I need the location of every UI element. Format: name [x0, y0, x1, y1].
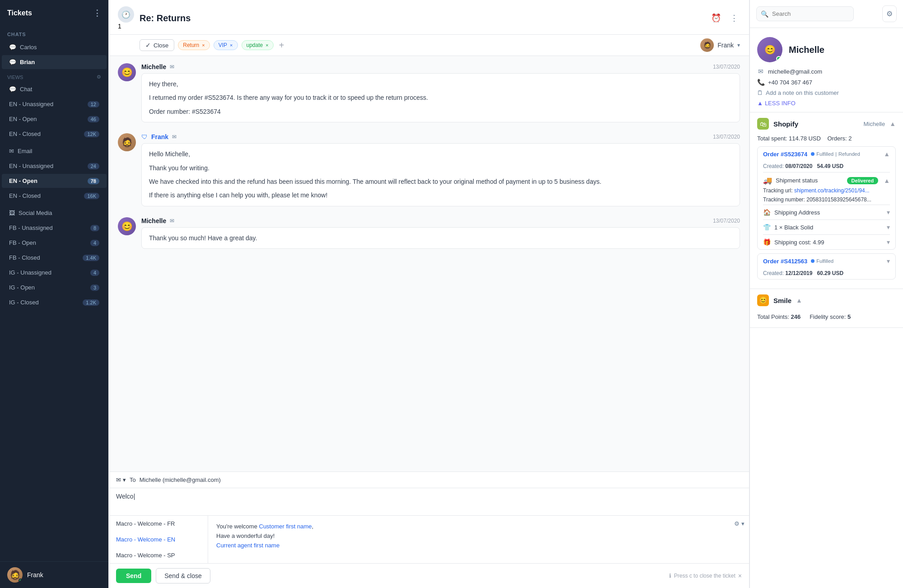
sidebar-item-ig-closed[interactable]: IG - Closed 1.2K: [2, 295, 107, 309]
close-label: Close: [154, 42, 168, 49]
tag-label: update: [247, 42, 263, 48]
less-info-toggle[interactable]: ▲ LESS INFO: [757, 100, 896, 107]
email-closed-badge: 16K: [84, 193, 99, 199]
order-id: Order #S412563: [763, 258, 807, 265]
chevron-down-icon: ▾: [887, 209, 890, 216]
sidebar-item-en-unassigned[interactable]: EN - Unassigned 12: [2, 97, 107, 111]
delivered-badge: Delivered: [847, 177, 879, 184]
sidebar-item-label: EN - Closed: [9, 131, 41, 137]
social-icon: 🖼: [9, 210, 15, 216]
compose-hint: ℹ Press c to close the ticket ×: [669, 572, 742, 579]
shipping-address-row[interactable]: 🏠 Shipping Address ▾: [758, 205, 895, 219]
sidebar-item-fb-closed[interactable]: FB - Closed 1.4K: [2, 251, 107, 265]
customer-header: 😊 Michelle: [757, 37, 896, 62]
sidebar-more-icon[interactable]: ⋮: [93, 8, 101, 18]
order-status: Fulfilled: [811, 258, 833, 264]
order-header[interactable]: Order #S523674 Fulfilled | Refunded ▲: [758, 147, 895, 161]
macro-item-en[interactable]: Macro - Welcome - EN: [109, 532, 208, 547]
sidebar-item-en-closed[interactable]: EN - Closed 12K: [2, 127, 107, 141]
channel-selector[interactable]: ✉ ▾: [116, 476, 126, 483]
tracking-url: shipment.co/tracking/2501/94...: [794, 187, 870, 194]
message-header: 🛡 Frank ✉ 13/07/2020: [141, 133, 740, 140]
agent-avatar: 🧔: [7, 567, 23, 583]
order-item: Order #S523674 Fulfilled | Refunded ▲ Cr…: [757, 146, 896, 250]
settings-button[interactable]: ⚙: [882, 5, 897, 22]
sidebar-item-email-unassigned[interactable]: EN - Unassigned 24: [2, 159, 107, 173]
order-status: Fulfilled | Refunded: [811, 151, 860, 157]
macro-item-fr[interactable]: Macro - Welcome - FR: [109, 516, 208, 532]
sidebar-item-label: FB - Open: [9, 239, 36, 246]
sidebar-item-label: EN - Closed: [9, 192, 41, 199]
sidebar-item-chat[interactable]: 💬 Chat: [2, 82, 107, 96]
message-timestamp: 13/07/2020: [713, 218, 740, 224]
chevron-down-icon: ▾: [737, 42, 740, 48]
message-body: Thank you so much! Have a great day.: [141, 227, 740, 249]
shipping-cost-label: Shipping cost: 4.99: [774, 239, 824, 246]
ticket-alarm-btn[interactable]: ⏰: [709, 11, 723, 25]
send-close-button[interactable]: Send & close: [156, 568, 210, 583]
shopify-header[interactable]: 🛍 Shopify Michelle ▲: [750, 112, 903, 135]
shopify-stats: Total spent: 114.78 USD Orders: 2: [757, 135, 896, 142]
sidebar-item-ig-open[interactable]: IG - Open 3: [2, 280, 107, 294]
shipping-cost-row[interactable]: 🎁 Shipping cost: 4.99 ▾: [758, 235, 895, 249]
shopify-title: Shopify: [773, 120, 798, 128]
message-header: Michelle ✉ 13/07/2020: [141, 217, 740, 224]
compose-cursor: [134, 493, 135, 500]
sidebar-item-carlos[interactable]: 💬 Carlos: [2, 40, 107, 54]
send-button[interactable]: Send: [116, 569, 151, 583]
tag-remove-icon[interactable]: ×: [265, 42, 268, 48]
chevron-up-icon[interactable]: ▲: [884, 177, 890, 184]
agent-assign[interactable]: 🧔 Frank ▾: [700, 38, 740, 52]
add-tag-button[interactable]: +: [277, 40, 286, 51]
ticket-more-btn[interactable]: ⋮: [728, 11, 740, 25]
sidebar-item-label: Brian: [20, 59, 35, 65]
tag-update[interactable]: update ×: [242, 40, 274, 50]
email-icon: ✉: [172, 134, 177, 140]
search-input[interactable]: [756, 6, 854, 21]
email-open-badge: 78: [88, 178, 99, 184]
customer-phone: +40 704 367 467: [768, 79, 812, 86]
chat-icon: 💬: [9, 86, 16, 93]
en-closed-badge: 12K: [84, 131, 99, 137]
close-button[interactable]: ✓ Close: [140, 39, 174, 51]
sidebar-item-fb-unassigned[interactable]: FB - Unassigned 8: [2, 221, 107, 235]
sidebar-section-email: ✉ Email: [2, 144, 107, 158]
shopify-body: Total spent: 114.78 USD Orders: 2 Order …: [750, 135, 903, 289]
close-hint-button[interactable]: ×: [738, 572, 742, 579]
sidebar-item-brian[interactable]: 💬 Brian: [2, 55, 107, 69]
sidebar-item-email-closed[interactable]: EN - Closed 16K: [2, 189, 107, 203]
views-settings-icon[interactable]: ⚙: [97, 74, 101, 80]
chevron-down-icon: ▾: [741, 520, 745, 527]
smile-header[interactable]: 😊 Smile ▲: [750, 289, 903, 312]
tag-remove-icon[interactable]: ×: [202, 42, 205, 48]
tracking-number: 20583101583925645678...: [806, 196, 871, 203]
shopify-chevron-icon: ▲: [889, 120, 896, 127]
compose-body[interactable]: Welco: [109, 488, 749, 515]
order-header[interactable]: Order #S412563 Fulfilled ▾: [758, 254, 895, 268]
status-fulfilled: Fulfilled: [816, 151, 833, 157]
chat-icon: 💬: [9, 59, 16, 65]
add-note-row[interactable]: 🗒 Add a note on this customer: [757, 89, 896, 96]
avatar: 😊: [118, 63, 136, 81]
sidebar-item-fb-open[interactable]: FB - Open 4: [2, 236, 107, 250]
sidebar-item-email-open[interactable]: EN - Open 78: [2, 174, 107, 188]
macro-item-sp[interactable]: Macro - Welcome - SP: [109, 547, 208, 563]
chevron-up-icon: ▲: [796, 297, 802, 304]
smile-body: Total Points: 246 Fidelity score: 5: [750, 312, 903, 327]
tag-return[interactable]: Return ×: [178, 40, 209, 50]
smile-stats: Total Points: 246 Fidelity score: 5: [757, 312, 896, 322]
sidebar-item-ig-unassigned[interactable]: IG - Unassigned 4: [2, 266, 107, 280]
shopify-card: 🛍 Shopify Michelle ▲ Total spent: 114.78…: [750, 112, 903, 289]
customer-name: Michelle: [789, 45, 824, 55]
macro-gear-button[interactable]: ⚙ ▾: [734, 520, 745, 527]
product-row[interactable]: 👕 1 × Black Solid ▾: [758, 220, 895, 234]
fb-unassigned-badge: 8: [90, 225, 99, 231]
en-open-badge: 46: [88, 116, 99, 122]
sidebar-item-en-open[interactable]: EN - Open 46: [2, 112, 107, 126]
message-content: Michelle ✉ 13/07/2020 Thank you so much!…: [141, 217, 740, 249]
tag-remove-icon[interactable]: ×: [230, 42, 233, 48]
tag-vip[interactable]: VIP ×: [214, 40, 238, 50]
email-icon: ✉: [170, 64, 174, 70]
customer-avatar: 😊: [757, 37, 782, 62]
compose-area: ✉ ▾ To Michelle (michelle@gmail.com) Wel…: [109, 471, 749, 588]
